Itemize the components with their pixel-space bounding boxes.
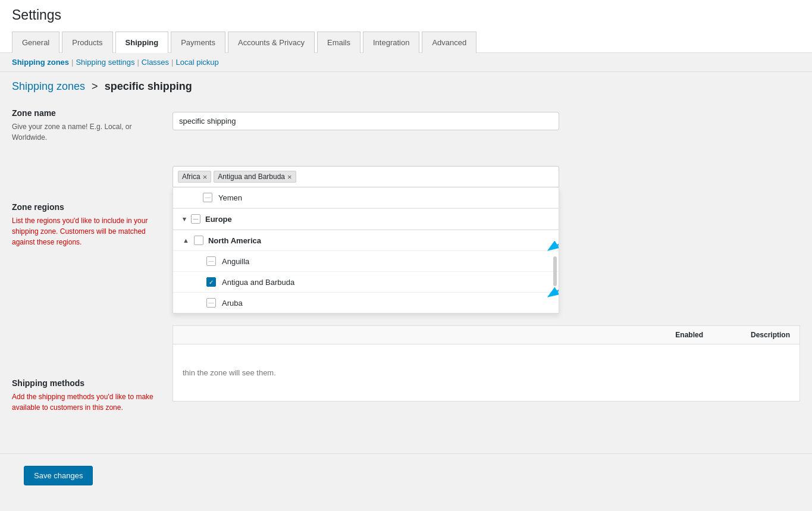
regions-dropdown: — Yemen ▾ — Europe ▲ North America <box>173 187 559 314</box>
subnav-shipping-zones[interactable]: Shipping zones <box>12 58 69 67</box>
shipping-methods-label: Shipping methods <box>12 378 161 388</box>
arrow-north-america <box>547 231 559 255</box>
tab-advanced[interactable]: Advanced <box>422 32 476 53</box>
breadcrumb: Shipping zones > specific shipping <box>0 72 812 96</box>
shipping-methods-table: Enabled Description thin the zone will s… <box>173 325 800 402</box>
chevron-north-america: ▲ <box>183 237 189 244</box>
subnav-classes[interactable]: Classes <box>142 58 169 67</box>
left-column: Zone name Give your zone a name! E.g. Lo… <box>12 108 161 441</box>
dropdown-item-anguilla[interactable]: — Anguilla <box>173 251 559 272</box>
subnav-shipping-settings[interactable]: Shipping settings <box>76 58 134 67</box>
zone-name-section: Zone name Give your zone a name! E.g. Lo… <box>12 108 161 143</box>
checkbox-antigua-opt: ✓ <box>206 277 216 287</box>
checkbox-yemen: — <box>203 193 212 202</box>
tab-payments[interactable]: Payments <box>171 32 225 53</box>
dropdown-item-antigua-opt[interactable]: ✓ Antigua and Barbuda <box>173 272 559 293</box>
dropdown-item-aruba[interactable]: — Aruba <box>173 293 559 313</box>
methods-header-enabled: Enabled <box>675 331 703 339</box>
checkbox-aruba: — <box>206 298 216 308</box>
methods-header-description: Description <box>751 331 790 339</box>
dropdown-label-anguilla: Anguilla <box>222 257 249 266</box>
methods-table-empty: thin the zone will see them. <box>173 344 800 401</box>
dropdown-item-yemen[interactable]: — Yemen <box>173 187 559 208</box>
subnav-separator-2: | <box>137 58 139 67</box>
zone-regions-section: Zone regions List the regions you'd like… <box>12 202 161 247</box>
dropdown-label-north-america: North America <box>208 236 261 245</box>
checkbox-anguilla: — <box>206 256 216 266</box>
tab-general[interactable]: General <box>12 32 59 53</box>
shipping-methods-section: Shipping methods Add the shipping method… <box>12 378 161 413</box>
zone-regions-description: List the regions you'd like to include i… <box>12 215 161 247</box>
tag-africa: Africa × <box>178 171 211 183</box>
methods-table-header: Enabled Description <box>173 326 800 344</box>
subnav-separator-1: | <box>71 58 73 67</box>
tag-antigua-remove[interactable]: × <box>287 173 292 181</box>
shipping-methods-description: Add the shipping methods you'd like to m… <box>12 391 161 413</box>
tag-africa-remove[interactable]: × <box>203 173 208 181</box>
multiselect-box[interactable]: Africa × Antigua and Barbuda × <box>173 166 559 187</box>
tab-products[interactable]: Products <box>62 32 112 53</box>
zone-name-label: Zone name <box>12 108 161 118</box>
zone-name-input-wrapper <box>173 112 800 130</box>
dropdown-item-europe[interactable]: ▾ — Europe <box>173 209 559 230</box>
save-changes-button[interactable]: Save changes <box>24 466 93 485</box>
subnav-separator-3: | <box>171 58 173 67</box>
zone-regions-label: Zone regions <box>12 202 161 212</box>
breadcrumb-current: specific shipping <box>105 80 192 92</box>
tabs-bar: General Products Shipping Payments Accou… <box>12 32 800 52</box>
page-title: Settings <box>12 7 800 29</box>
zone-name-input[interactable] <box>173 112 559 130</box>
content-area: Zone name Give your zone a name! E.g. Lo… <box>0 96 812 453</box>
zone-name-description: Give your zone a name! E.g. Local, or Wo… <box>12 121 161 143</box>
tab-shipping[interactable]: Shipping <box>115 32 169 53</box>
tag-antigua: Antigua and Barbuda × <box>214 171 296 183</box>
breadcrumb-separator: > <box>92 80 98 92</box>
tab-emails[interactable]: Emails <box>317 32 360 53</box>
tag-africa-label: Africa <box>182 173 200 181</box>
dropdown-label-aruba: Aruba <box>222 299 243 308</box>
checkbox-europe: — <box>191 214 200 224</box>
breadcrumb-parent[interactable]: Shipping zones <box>12 80 85 92</box>
page-header: Settings General Products Shipping Payme… <box>0 0 812 53</box>
dropdown-label-antigua-opt: Antigua and Barbuda <box>222 278 294 287</box>
footer-bar: Save changes <box>0 453 812 497</box>
zone-regions-wrapper: Africa × Antigua and Barbuda × — Yemen <box>173 166 800 314</box>
right-column: Africa × Antigua and Barbuda × — Yemen <box>161 108 800 441</box>
dropdown-label-yemen: Yemen <box>218 193 242 202</box>
checkbox-north-america <box>194 236 203 245</box>
dropdown-item-north-america[interactable]: ▲ North America <box>173 230 559 251</box>
scrollbar[interactable] <box>553 256 557 286</box>
methods-empty-text: thin the zone will see them. <box>183 368 276 377</box>
sub-nav: Shipping zones | Shipping settings | Cla… <box>0 53 812 72</box>
tab-accounts-privacy[interactable]: Accounts & Privacy <box>228 32 315 53</box>
tag-antigua-label: Antigua and Barbuda <box>218 173 285 181</box>
tab-integration[interactable]: Integration <box>363 32 419 53</box>
dropdown-label-europe: Europe <box>205 215 232 224</box>
subnav-local-pickup[interactable]: Local pickup <box>176 58 219 67</box>
chevron-europe: ▾ <box>183 215 186 223</box>
